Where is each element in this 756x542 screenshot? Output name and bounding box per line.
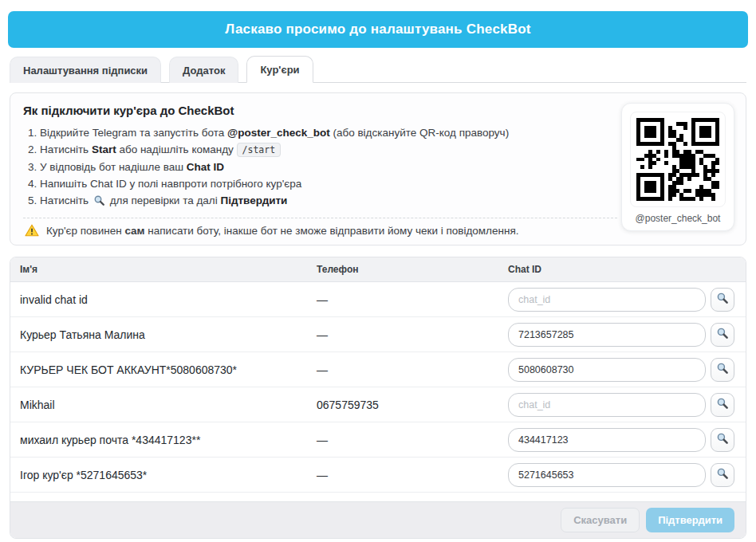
- courier-name: Ігор кур'єр *5271645653*: [20, 469, 317, 481]
- step-bold-text: Chat ID: [187, 161, 224, 173]
- qr-code: [636, 118, 719, 201]
- tab-application[interactable]: Додаток: [169, 57, 238, 83]
- tab-bar: Налаштування підписки Додаток Кур'єри: [10, 56, 746, 83]
- step-text: 1. Відкрийте Telegram та запустіть бота: [28, 127, 227, 139]
- courier-name: Курьер Татьяна Малина: [20, 328, 317, 341]
- chat-id-input[interactable]: [508, 393, 706, 417]
- start-command-chip: /start: [237, 143, 282, 157]
- warning-text-part: Кур'єр повинен: [46, 225, 124, 237]
- qr-frame: [630, 112, 726, 207]
- form-footer: Скасувати Підтвердити: [10, 501, 746, 538]
- tab-label: Кур'єри: [260, 64, 299, 76]
- column-header-name: Ім'я: [20, 264, 317, 275]
- qr-caption: @poster_check_bot: [630, 213, 726, 224]
- verify-chat-id-button[interactable]: [711, 358, 734, 382]
- step-text: або надішліть команду: [116, 143, 237, 155]
- warning-text: Кур'єр повинен сам написати боту, інакше…: [46, 225, 518, 237]
- tab-label: Додаток: [183, 65, 225, 77]
- search-icon: [716, 397, 729, 412]
- table-spacer: [10, 493, 746, 501]
- search-icon: [716, 467, 729, 482]
- table-header-row: Ім'я Телефон Chat ID: [10, 257, 746, 282]
- page-title: Ласкаво просимо до налаштувань CheckBot: [225, 22, 530, 37]
- qr-card: @poster_check_bot: [621, 103, 734, 231]
- search-icon: [716, 362, 729, 377]
- courier-phone: 0675759735: [317, 399, 508, 411]
- search-icon: [716, 432, 729, 447]
- step-text: 4. Напишіть Chat ID у полі навпроти потр…: [28, 178, 301, 190]
- couriers-table: Ім'я Телефон Chat ID invalid chat id — К…: [10, 257, 746, 539]
- step-text: для перевірки та далі: [107, 194, 221, 206]
- courier-phone: —: [317, 434, 508, 446]
- warning-bold-text: сам: [124, 225, 144, 237]
- verify-chat-id-button[interactable]: [711, 463, 734, 487]
- table-row: КУРЬЕР ЧЕК БОТ АККАУНТ*5080608730* —: [10, 352, 746, 387]
- step-bold-text: Start: [92, 143, 116, 155]
- welcome-banner: Ласкаво просимо до налаштувань CheckBot: [8, 11, 748, 48]
- warning-text-part: написати боту, інакше бот не зможе відпр…: [145, 225, 519, 237]
- table-row: Mikhail 0675759735: [10, 387, 746, 422]
- verify-chat-id-button[interactable]: [711, 428, 734, 452]
- verify-chat-id-button[interactable]: [711, 323, 734, 347]
- instructions-panel: Як підключити кур'єра до CheckBot 1. Від…: [10, 92, 746, 245]
- courier-phone: —: [317, 469, 508, 481]
- courier-name: КУРЬЕР ЧЕК БОТ АККАУНТ*5080608730*: [20, 363, 317, 376]
- checkbot-settings-page: Ласкаво просимо до налаштувань CheckBot …: [0, 11, 756, 542]
- step-text: 5. Натисніть: [28, 194, 92, 206]
- verify-chat-id-button[interactable]: [711, 393, 734, 417]
- step-text: 3. У відповідь бот надішле ваш: [28, 161, 187, 173]
- step-text: (або відскануйте QR-код праворуч): [330, 127, 509, 139]
- column-header-phone: Телефон: [317, 264, 508, 275]
- chat-id-input[interactable]: [508, 463, 706, 487]
- step-text: 2. Натисніть: [28, 143, 92, 155]
- warning-icon: [25, 224, 39, 237]
- verify-chat-id-button[interactable]: [711, 288, 734, 312]
- search-icon: [716, 327, 729, 342]
- confirm-button[interactable]: Підтвердити: [646, 508, 734, 532]
- courier-name: михаил курьер почта *434417123**: [20, 434, 317, 446]
- column-header-chat-id: Chat ID: [508, 264, 734, 275]
- courier-phone: —: [317, 328, 508, 341]
- dotted-divider: [23, 218, 617, 218]
- bot-username-text: @poster_check_bot: [227, 127, 330, 139]
- search-icon: [716, 292, 729, 307]
- table-row: Ігор кур'єр *5271645653* —: [10, 458, 746, 493]
- cancel-button[interactable]: Скасувати: [561, 508, 640, 532]
- courier-name: Mikhail: [20, 399, 317, 411]
- chat-id-input[interactable]: [508, 323, 706, 347]
- courier-phone: —: [317, 363, 508, 376]
- chat-id-input[interactable]: [508, 358, 706, 382]
- search-icon: [93, 197, 105, 209]
- table-row: михаил курьер почта *434417123** —: [10, 422, 746, 458]
- tab-subscription-settings[interactable]: Налаштування підписки: [10, 57, 161, 83]
- table-row: Курьер Татьяна Малина —: [10, 317, 746, 352]
- table-row: invalid chat id —: [10, 282, 746, 317]
- tab-couriers[interactable]: Кур'єри: [246, 56, 313, 83]
- chat-id-input[interactable]: [508, 288, 706, 312]
- courier-phone: —: [317, 293, 508, 306]
- step-bold-text: Підтвердити: [220, 194, 287, 206]
- chat-id-input[interactable]: [508, 428, 706, 452]
- courier-name: invalid chat id: [20, 293, 317, 306]
- tab-label: Налаштування підписки: [23, 65, 148, 77]
